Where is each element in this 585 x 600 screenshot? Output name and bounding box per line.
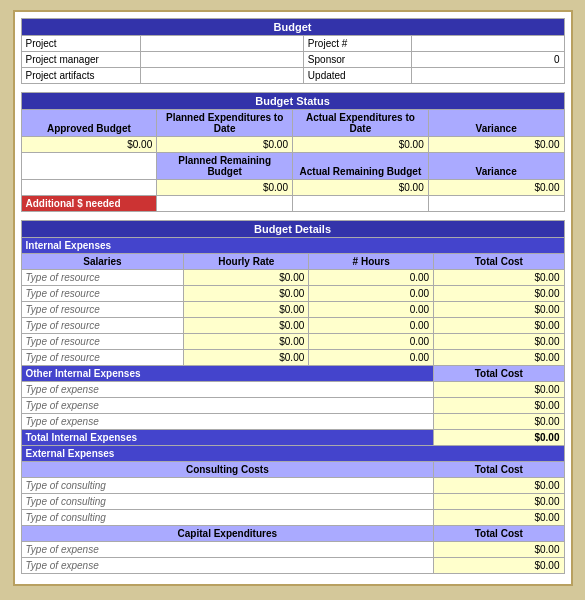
budget-header-table: Budget Project Project # Project manager… xyxy=(21,18,565,84)
updated-label: Updated xyxy=(303,68,412,84)
planned-remaining-header: Planned Remaining Budget xyxy=(157,153,293,180)
other-row-1: Type of expense $0.00 xyxy=(21,398,564,414)
artifacts-label: Project artifacts xyxy=(21,68,140,84)
other-total-cost-header: Total Cost xyxy=(434,366,564,382)
other-row-2: Type of expense $0.00 xyxy=(21,414,564,430)
additional-val2[interactable] xyxy=(293,196,429,212)
actual-exp-header: Actual Expenditures to Date xyxy=(293,110,429,137)
artifacts-value[interactable] xyxy=(140,68,303,84)
updated-value[interactable] xyxy=(412,68,564,84)
external-expenses-header: External Expenses xyxy=(21,446,564,462)
external-label: External Expenses xyxy=(21,446,564,462)
salary-row-1: Type of resource $0.00 0.00 $0.00 xyxy=(21,286,564,302)
salaries-header: Salaries xyxy=(21,254,184,270)
consulting-label: Consulting Costs xyxy=(21,462,434,478)
project-num-label: Project # xyxy=(303,36,412,52)
planned-exp-header: Planned Expenditures to Date xyxy=(157,110,293,137)
capital-label: Capital Expenditures xyxy=(21,526,434,542)
planned-remaining-val[interactable]: $0.00 xyxy=(157,180,293,196)
additional-val1[interactable] xyxy=(157,196,293,212)
consulting-total-header: Total Cost xyxy=(434,462,564,478)
budget-status-table: Budget Status Approved Budget Planned Ex… xyxy=(21,92,565,212)
other-internal-label: Other Internal Expenses xyxy=(21,366,434,382)
other-internal-header-row: Other Internal Expenses Total Cost xyxy=(21,366,564,382)
budget-details-title: Budget Details xyxy=(21,221,564,238)
additional-val3[interactable] xyxy=(428,196,564,212)
project-num-value[interactable] xyxy=(412,36,564,52)
variance2-header: Variance xyxy=(428,153,564,180)
variance-header: Variance xyxy=(428,110,564,137)
planned-exp-val[interactable]: $0.00 xyxy=(157,137,293,153)
capital-row-1: Type of expense $0.00 xyxy=(21,558,564,574)
consulting-row-1: Type of consulting $0.00 xyxy=(21,494,564,510)
other-row-0: Type of expense $0.00 xyxy=(21,382,564,398)
consulting-row-2: Type of consulting $0.00 xyxy=(21,510,564,526)
salary-row-0: Type of resource $0.00 0.00 $0.00 xyxy=(21,270,564,286)
hourly-rate-header: Hourly Rate xyxy=(184,254,309,270)
project-label: Project xyxy=(21,36,140,52)
sponsor-value[interactable]: 0 xyxy=(412,52,564,68)
consulting-header-row: Consulting Costs Total Cost xyxy=(21,462,564,478)
manager-value[interactable] xyxy=(140,52,303,68)
capital-header-row: Capital Expenditures Total Cost xyxy=(21,526,564,542)
budget-container: Budget Project Project # Project manager… xyxy=(13,10,573,586)
salary-row-5: Type of resource $0.00 0.00 $0.00 xyxy=(21,350,564,366)
budget-title: Budget xyxy=(21,19,564,36)
additional-needed-label: Additional $ needed xyxy=(21,196,157,212)
salary-row-3: Type of resource $0.00 0.00 $0.00 xyxy=(21,318,564,334)
salary-row-2: Type of resource $0.00 0.00 $0.00 xyxy=(21,302,564,318)
variance2-val[interactable]: $0.00 xyxy=(428,180,564,196)
salary-row-4: Type of resource $0.00 0.00 $0.00 xyxy=(21,334,564,350)
consulting-row-0: Type of consulting $0.00 xyxy=(21,478,564,494)
actual-remaining-val[interactable]: $0.00 xyxy=(293,180,429,196)
variance-val[interactable]: $0.00 xyxy=(428,137,564,153)
approved-budget-val[interactable]: $0.00 xyxy=(21,137,157,153)
sponsor-label: Sponsor xyxy=(303,52,412,68)
empty-cell2 xyxy=(21,180,157,196)
approved-budget-header: Approved Budget xyxy=(21,110,157,137)
actual-remaining-header: Actual Remaining Budget xyxy=(293,153,429,180)
budget-details-table: Budget Details Internal Expenses Salarie… xyxy=(21,220,565,574)
internal-expenses-label: Internal Expenses xyxy=(21,238,564,254)
hours-header: # Hours xyxy=(309,254,434,270)
manager-label: Project manager xyxy=(21,52,140,68)
capital-row-0: Type of expense $0.00 xyxy=(21,542,564,558)
actual-exp-val[interactable]: $0.00 xyxy=(293,137,429,153)
total-internal-row: Total Internal Expenses $0.00 xyxy=(21,430,564,446)
total-internal-value[interactable]: $0.00 xyxy=(434,430,564,446)
total-cost-header: Total Cost xyxy=(434,254,564,270)
total-internal-label: Total Internal Expenses xyxy=(21,430,434,446)
budget-status-title: Budget Status xyxy=(21,93,564,110)
empty-cell xyxy=(21,153,157,180)
project-value[interactable] xyxy=(140,36,303,52)
capital-total-header: Total Cost xyxy=(434,526,564,542)
